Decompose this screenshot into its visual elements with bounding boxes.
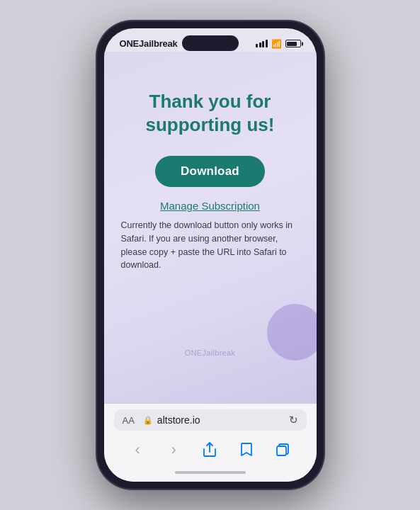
battery-icon [285,40,301,47]
wifi-icon: 📶 [271,39,282,49]
forward-button[interactable]: › [159,439,188,460]
status-icons: 📶 [256,39,301,49]
reload-button[interactable]: ↻ [289,414,298,426]
thank-you-heading: Thank you for supporting us! [146,90,275,136]
phone-frame: ONEJailbreak 📶 Thank you for supporting … [97,21,324,489]
browser-bar: AA 🔒 altstore.io ↻ ‹ › [104,403,317,482]
page-content: Thank you for supporting us! Download Ma… [104,52,317,403]
svg-rect-0 [277,446,286,455]
bookmarks-button[interactable] [232,439,261,460]
watermark-text: ONEJailbreak [185,348,235,357]
lock-icon: 🔒 [143,416,153,425]
status-bar: ONEJailbreak 📶 [104,28,317,52]
share-button[interactable] [195,439,224,460]
home-indicator [114,466,307,479]
decorative-circle [267,304,317,361]
tabs-button[interactable] [268,439,297,460]
home-bar [175,471,246,474]
url-left: AA 🔒 altstore.io [123,414,200,426]
carrier-label: ONEJailbreak [120,38,178,49]
back-button[interactable]: ‹ [123,439,152,460]
bottom-toolbar: ‹ › [114,436,307,466]
screen: ONEJailbreak 📶 Thank you for supporting … [104,28,317,482]
dynamic-island [182,35,239,51]
text-size-button[interactable]: AA [123,415,135,426]
signal-icon [256,40,268,47]
manage-subscription-link[interactable]: Manage Subscription [160,200,260,212]
download-button[interactable]: Download [155,156,265,187]
url-text: altstore.io [157,414,200,426]
url-bar[interactable]: AA 🔒 altstore.io ↻ [114,409,307,431]
info-text: Currently the download button only works… [118,219,302,272]
